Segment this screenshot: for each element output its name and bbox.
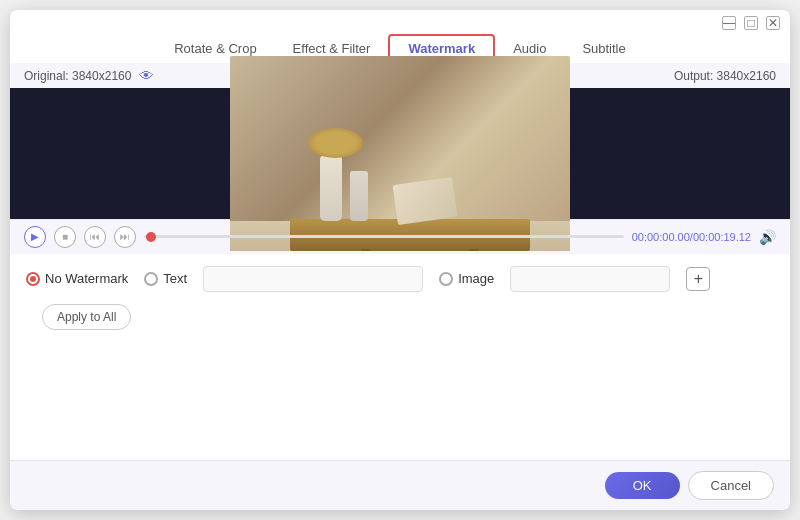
cancel-button[interactable]: Cancel <box>688 471 774 500</box>
image-watermark-label: Image <box>458 271 494 286</box>
title-bar: — □ ✕ <box>10 10 790 30</box>
apply-all-container: Apply to All <box>10 298 790 330</box>
video-thumbnail <box>230 56 570 251</box>
next-button[interactable]: ⏭ <box>114 226 136 248</box>
text-watermark-radio[interactable] <box>144 272 158 286</box>
tab-subtitle[interactable]: Subtitle <box>564 36 643 61</box>
image-watermark-input[interactable] <box>510 266 670 292</box>
minimize-button[interactable]: — <box>722 16 736 30</box>
main-window: — □ ✕ Rotate & Crop Effect & Filter Wate… <box>10 10 790 510</box>
image-watermark-radio[interactable] <box>439 272 453 286</box>
time-current: 00:00:00.00 <box>632 231 690 243</box>
apply-to-all-button[interactable]: Apply to All <box>42 304 131 330</box>
add-image-button[interactable]: + <box>686 267 710 291</box>
text-watermark-label: Text <box>163 271 187 286</box>
volume-icon[interactable]: 🔊 <box>759 229 776 245</box>
output-resolution: Output: 3840x2160 <box>674 69 776 83</box>
footer-bar: OK Cancel <box>10 460 790 510</box>
text-watermark-option[interactable]: Text <box>144 271 187 286</box>
image-watermark-option[interactable]: Image <box>439 271 494 286</box>
original-resolution: Original: 3840x2160 <box>24 69 131 83</box>
no-watermark-label: No Watermark <box>45 271 128 286</box>
progress-bar[interactable] <box>144 235 624 238</box>
time-display: 00:00:00.00/00:00:19.12 <box>632 231 751 243</box>
text-watermark-input[interactable] <box>203 266 423 292</box>
play-button[interactable]: ▶ <box>24 226 46 248</box>
close-button[interactable]: ✕ <box>766 16 780 30</box>
no-watermark-option[interactable]: No Watermark <box>26 271 128 286</box>
time-total: 00:00:19.12 <box>693 231 751 243</box>
eye-icon[interactable]: 👁 <box>139 67 154 84</box>
progress-indicator <box>146 232 156 242</box>
video-preview <box>10 88 790 219</box>
maximize-button[interactable]: □ <box>744 16 758 30</box>
no-watermark-radio[interactable] <box>26 272 40 286</box>
prev-button[interactable]: ⏮ <box>84 226 106 248</box>
ok-button[interactable]: OK <box>605 472 680 499</box>
watermark-options: No Watermark Text Image + <box>10 254 790 298</box>
stop-button[interactable]: ■ <box>54 226 76 248</box>
